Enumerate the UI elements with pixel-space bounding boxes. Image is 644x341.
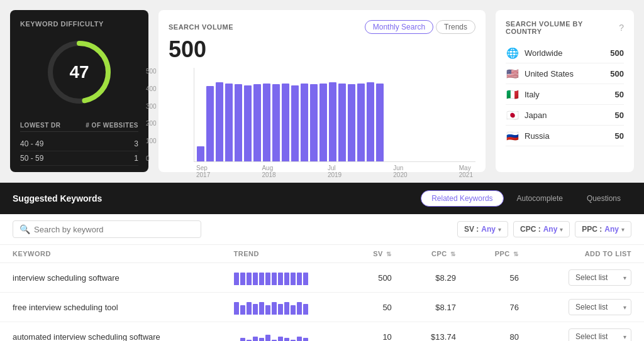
trend-cell: [221, 263, 348, 293]
keyword-search-input[interactable]: [34, 225, 194, 234]
sv-filter[interactable]: SV : Any ▾: [457, 221, 508, 237]
help-icon[interactable]: ?: [619, 23, 624, 33]
select-list-wrap[interactable]: Select list: [569, 299, 631, 315]
trend-bar: [303, 338, 308, 341]
ppc-cell: 56: [469, 263, 531, 293]
cpc-filter-label: CPC :: [520, 225, 541, 234]
sv-header: SEARCH VOLUME Monthly Search Trends: [169, 20, 475, 34]
tab-questions[interactable]: Questions: [576, 190, 631, 207]
select-list-wrap[interactable]: Select list: [569, 269, 631, 286]
trend-cell: [221, 293, 348, 322]
th-ppc: PPC ⇅: [469, 245, 531, 263]
th-sv: SV ⇅: [348, 245, 404, 263]
sv-filter-value: Any: [481, 225, 496, 234]
add-to-list-cell: Select list: [531, 293, 644, 322]
trend-bar: [253, 337, 258, 342]
svc-row: 🇷🇺 Russia 50: [506, 126, 624, 146]
svc-card: SEARCH VOLUME BY COUNTRY ? 🌐 Worldwide 5…: [496, 10, 634, 172]
add-to-list-cell: Select list: [531, 263, 644, 293]
ppc-cell: 76: [469, 293, 531, 322]
select-list[interactable]: Select list: [569, 299, 631, 315]
th-trend: TREND: [221, 245, 348, 263]
kd-range-1: 40 - 49: [20, 139, 43, 148]
kd-table-header: LOWEST DR # OF WEBSITES: [20, 122, 138, 132]
svc-row: 🇮🇹 Italy 50: [506, 84, 624, 105]
chart-bars: [194, 68, 475, 162]
trend-bar: [253, 304, 258, 315]
trend-cell: [221, 322, 348, 342]
select-list[interactable]: Select list: [569, 328, 631, 341]
search-icon: 🔍: [19, 224, 30, 234]
kd-count-2: 1: [134, 154, 138, 163]
trend-bar: [240, 338, 245, 341]
trend-bar: [272, 302, 277, 315]
select-list[interactable]: Select list: [569, 269, 631, 286]
trend-bar: [284, 273, 289, 285]
keyword-tab-group: Related Keywords Autocomplete Questions: [421, 190, 631, 207]
kd-count-1: 3: [134, 139, 138, 148]
trend-bar: [272, 273, 277, 285]
trend-bar: [247, 302, 252, 315]
country-flag: 🌐: [506, 48, 519, 58]
chart-bar: [338, 84, 346, 162]
country-count: 50: [615, 90, 624, 99]
kd-col-dr: LOWEST DR: [20, 122, 61, 129]
chart-bar: [348, 84, 355, 161]
cpc-cell: $13.74: [404, 322, 469, 342]
filters-row: 🔍 SV : Any ▾ CPC : Any ▾ PPC : Any ▾: [0, 214, 644, 245]
country-count: 500: [610, 48, 624, 58]
country-name: Italy: [525, 90, 615, 99]
trend-bar: [291, 305, 296, 315]
kd-col-websites: # OF WEBSITES: [86, 122, 138, 129]
chart-bar: [197, 146, 204, 161]
th-cpc: CPC ⇅: [404, 245, 469, 263]
svc-row: 🇯🇵 Japan 50: [506, 105, 624, 126]
chart-x-labels: Sep2017 Aug2018 Jul2019 Jun2020 May2021: [169, 165, 475, 178]
trend-bar: [234, 302, 239, 315]
select-list-wrap[interactable]: Select list: [569, 328, 631, 341]
kd-table: LOWEST DR # OF WEBSITES 40 - 49 3 50 - 5…: [20, 122, 138, 166]
tab-trends[interactable]: Trends: [436, 20, 475, 34]
trend-bar: [265, 335, 270, 341]
ppc-filter[interactable]: PPC : Any ▾: [575, 221, 631, 237]
country-flag: 🇷🇺: [506, 131, 519, 141]
keywords-tbody: interview scheduling software 500 $8.29 …: [0, 263, 644, 342]
tab-related-keywords[interactable]: Related Keywords: [421, 190, 503, 207]
trend-bar: [303, 304, 308, 315]
chart-bar: [376, 84, 384, 162]
trend-bars: [234, 270, 336, 285]
tab-monthly-search[interactable]: Monthly Search: [365, 20, 433, 34]
trend-bar: [247, 273, 252, 285]
country-flag: 🇺🇸: [506, 68, 519, 78]
chart-bar: [282, 84, 289, 162]
trend-bar: [278, 337, 283, 342]
svc-row: 🌐 Worldwide 500: [506, 43, 624, 63]
suggested-keywords-title: Suggested Keywords: [13, 193, 102, 203]
kd-title: KEYWORD DIFFICULTY: [20, 20, 104, 28]
th-keyword: KEYWORD: [0, 245, 221, 263]
sv-value: 500: [169, 36, 475, 63]
trend-bars: [234, 300, 336, 315]
cpc-filter[interactable]: CPC : Any ▾: [513, 221, 570, 237]
filter-dropdowns: SV : Any ▾ CPC : Any ▾ PPC : Any ▾: [457, 221, 631, 237]
trend-bar: [297, 337, 302, 342]
tab-autocomplete[interactable]: Autocomplete: [506, 190, 574, 207]
kd-range-2: 50 - 59: [20, 154, 43, 163]
th-add-to-list: ADD TO LIST: [531, 245, 644, 263]
keyword-cell: interview scheduling software: [0, 263, 221, 293]
kd-row-2: 50 - 59 1: [20, 151, 138, 166]
cpc-chevron-icon: ▾: [560, 226, 563, 233]
chart-bar: [225, 84, 233, 162]
trend-bar: [297, 302, 302, 315]
trend-bar: [284, 302, 289, 315]
bottom-header: Suggested Keywords Related Keywords Auto…: [0, 183, 644, 214]
trend-bar: [265, 305, 270, 315]
ppc-chevron-icon: ▾: [621, 226, 625, 233]
trend-bar: [240, 305, 245, 315]
chart-bar: [357, 84, 365, 162]
country-count: 50: [615, 131, 624, 141]
table-row: free interview scheduling tool 50 $8.17 …: [0, 293, 644, 322]
keyword-search-box[interactable]: 🔍: [13, 220, 201, 238]
svc-rows: 🌐 Worldwide 500 🇺🇸 United States 500 🇮🇹 …: [506, 43, 624, 146]
cpc-cell: $8.29: [404, 263, 469, 293]
